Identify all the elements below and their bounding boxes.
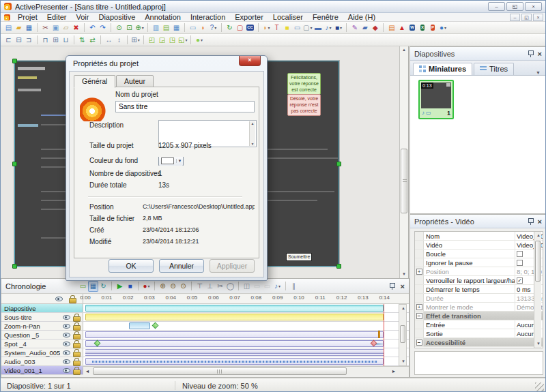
scale-view-button[interactable]: ⊡ — [124, 22, 134, 33]
menu-localiser[interactable]: Localiser — [268, 13, 308, 21]
timeline-marker-tick[interactable] — [378, 331, 380, 338]
visibility-toggle-icon[interactable] — [63, 314, 70, 320]
scroll-down-icon[interactable]: ▼ — [400, 271, 408, 278]
split-audio-button[interactable]: ✂ — [215, 281, 225, 292]
record-narration-dropdown-arrow[interactable]: ▾ — [148, 284, 150, 288]
timeline-object-bar[interactable] — [85, 349, 384, 357]
track-lane[interactable]: ◄► — [83, 366, 409, 374]
pin-icon[interactable] — [528, 218, 534, 225]
tab-general[interactable]: Général — [74, 75, 115, 88]
lock-toggle-icon[interactable] — [73, 349, 80, 357]
flip-vertical-button[interactable]: ⇅ — [77, 35, 87, 46]
crop-range-button[interactable]: ▭ — [262, 281, 272, 292]
ok-button[interactable]: OK — [109, 259, 154, 273]
insert-image-button[interactable]: ▭ — [188, 22, 198, 33]
zoom-button[interactable]: ⊕▾ — [134, 22, 145, 33]
timeline-ruler-ticks[interactable]: 0:000:010:020:030:040:050:060:070:080:09… — [83, 294, 409, 303]
insert-text-caption-button[interactable]: T — [272, 22, 282, 33]
delete-button[interactable]: ✖ — [71, 22, 81, 33]
property-row-vid-o[interactable]: VidéoVideo_001_1 — [415, 241, 543, 250]
menu-diapositive[interactable]: Diapositive — [94, 13, 140, 21]
redo-button[interactable]: ↷ — [98, 22, 108, 33]
bring-forward-button[interactable]: ◳ — [167, 35, 177, 46]
closed-captions-button[interactable]: CC — [245, 22, 255, 33]
export-pdf-button[interactable]: ▲ — [397, 22, 407, 33]
copy-button[interactable]: ▣ — [51, 22, 61, 33]
preview-browser-dropdown-arrow[interactable]: ▾ — [444, 25, 446, 30]
insert-callout-button[interactable]: ◗▾ — [261, 22, 272, 33]
menu-annotation[interactable]: Annotation — [140, 13, 186, 21]
property-row-entr-e[interactable]: EntréeAucun — [415, 320, 543, 329]
track-lane[interactable] — [83, 331, 409, 339]
open-project-button[interactable]: ▰ — [14, 22, 24, 33]
zoom-in-button[interactable]: ⊕ — [158, 281, 168, 292]
track-label[interactable]: Zoom-n-Pan — [1, 322, 83, 330]
mdi-minimize-button[interactable]: – — [510, 14, 520, 21]
visibility-toggle-icon[interactable] — [63, 359, 70, 365]
propgrid-scrollbar[interactable]: ▲ ▼ — [534, 232, 541, 348]
selection-handle[interactable] — [336, 162, 341, 166]
checkbox[interactable] — [517, 260, 523, 266]
selection-handle[interactable] — [12, 264, 17, 269]
background-color-dropdown[interactable]: ▼ — [158, 157, 184, 166]
insert-audio-button[interactable]: ♪▾ — [323, 22, 333, 33]
menu-aide-h[interactable]: Aide (H) — [343, 13, 380, 21]
quality-dropdown-arrow[interactable]: ▾ — [201, 37, 203, 42]
checkbox[interactable]: ✓ — [517, 277, 523, 284]
scroll-up-icon[interactable]: ▲ — [400, 46, 408, 54]
align-right-button[interactable]: ⊐ — [24, 35, 34, 46]
property-row-effet-de-transition[interactable]: −Effet de transition — [415, 312, 543, 320]
cancel-button[interactable]: Annuler — [159, 259, 204, 273]
track-label[interactable]: Video_001_1 — [1, 366, 83, 374]
slide-style-button[interactable]: ■▾ — [333, 22, 343, 33]
help-dropdown-arrow[interactable]: ▾ — [214, 25, 216, 30]
track-label[interactable]: Audio_003 — [1, 357, 83, 365]
scroll-left-icon[interactable]: ◄ — [83, 367, 91, 375]
track-lane[interactable] — [83, 313, 409, 321]
same-size-dropdown-arrow[interactable]: ▾ — [138, 37, 140, 42]
align-bottom-button[interactable]: ⊔ — [61, 35, 71, 46]
timeline-vertical-scrollbar[interactable]: ▲▼ — [399, 304, 407, 366]
insert-comment-button[interactable]: ◗ — [198, 22, 208, 33]
align-top-button[interactable]: ⊓ — [40, 35, 51, 46]
insert-audio-track-dropdown-arrow[interactable]: ▾ — [278, 284, 281, 288]
track-label[interactable]: Question _5 — [1, 331, 83, 339]
export-excel-button[interactable]: X — [417, 22, 427, 33]
feedback-incorrect-callout[interactable]: Désolé, votre réponse n'est pas correcte — [287, 94, 321, 116]
paste-button[interactable]: ▱ — [61, 22, 71, 33]
expander-icon[interactable]: + — [416, 269, 422, 275]
timeline-horizontal-scrollbar[interactable]: ◄► — [83, 366, 409, 375]
property-row-ignorer-la-pause[interactable]: Ignorer la pause — [415, 258, 543, 267]
expander-icon[interactable]: − — [416, 313, 422, 319]
document-icon[interactable] — [4, 14, 10, 20]
play-button[interactable]: ▶ — [115, 281, 125, 292]
timeline-object-bar[interactable] — [129, 322, 150, 329]
timeline-object-bar[interactable] — [85, 340, 384, 347]
show-all-icon[interactable] — [55, 296, 63, 302]
scrollbar-thumb[interactable] — [535, 241, 541, 282]
lock-toggle-icon[interactable] — [73, 340, 80, 348]
tab-titres[interactable]: Titres — [474, 63, 514, 75]
slide-style-dropdown-arrow[interactable]: ▾ — [340, 25, 342, 30]
track-lane[interactable] — [83, 357, 409, 365]
zoom-out-button[interactable]: ⊖ — [168, 281, 178, 292]
scrollbar-thumb[interactable] — [400, 325, 405, 343]
help-button[interactable]: ?▾ — [208, 22, 218, 33]
menu-exporter[interactable]: Exporter — [230, 13, 268, 21]
menu-interaction[interactable]: Interaction — [186, 13, 230, 21]
export-html-button[interactable]: ▤ — [386, 22, 397, 33]
property-row-verrouiller-le-rapport-largeur-hauteur[interactable]: Verrouiller le rapport largeur/hauteur✓ — [415, 276, 543, 285]
bring-to-front-button[interactable]: ◰ — [147, 35, 157, 46]
insert-caption-button[interactable]: ⊤ — [195, 281, 205, 292]
track-lane[interactable] — [83, 322, 409, 330]
insert-image-box-button[interactable]: ▭ — [292, 22, 302, 33]
record-slide-button[interactable]: ▦ — [171, 22, 182, 33]
delete-range-button[interactable]: ▭ — [252, 281, 262, 292]
timeline-pane-button[interactable]: ▦ — [88, 281, 98, 292]
insert-audio-track-button[interactable]: ♪▾ — [272, 281, 283, 292]
scroll-right-icon[interactable]: ► — [390, 367, 398, 375]
slide-thumbnail[interactable]: 0:13 ♪ ▭ 1 — [418, 80, 454, 119]
close-button[interactable]: × — [525, 2, 542, 11]
menu-fen-tre[interactable]: Fenêtre — [308, 13, 343, 21]
lock-all-icon[interactable] — [69, 295, 76, 303]
